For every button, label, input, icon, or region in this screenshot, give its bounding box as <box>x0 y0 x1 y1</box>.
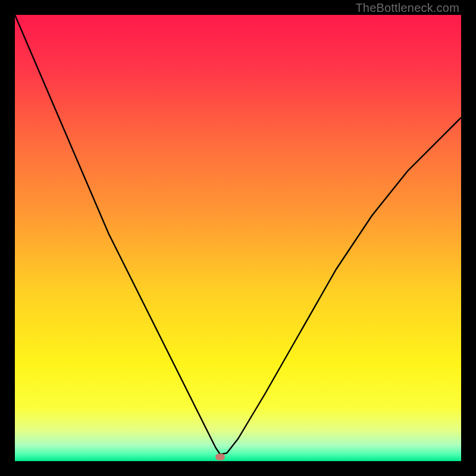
bottleneck-chart <box>15 15 461 461</box>
optimal-point-marker <box>215 453 225 460</box>
gradient-background <box>15 15 461 461</box>
chart-frame <box>15 15 461 461</box>
watermark-text: TheBottleneck.com <box>355 1 459 15</box>
